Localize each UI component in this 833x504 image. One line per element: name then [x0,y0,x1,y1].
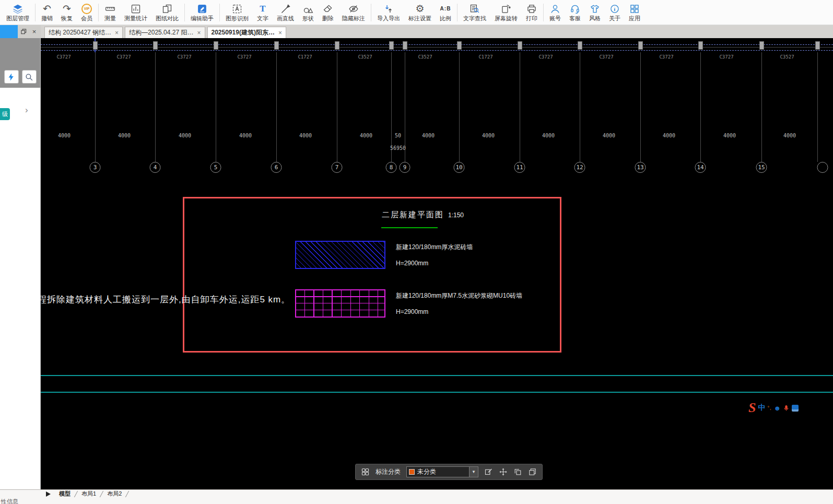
edit-annotation-icon[interactable] [484,467,493,476]
search-tool-button[interactable] [22,70,37,84]
move-icon[interactable] [499,467,508,476]
toolbar-separator [371,4,371,21]
category-grid-icon[interactable] [361,467,370,476]
undo-button[interactable]: ↶ 撤销 [37,1,57,25]
column-block [698,41,703,50]
grid-line [761,52,762,162]
ruler-icon [105,3,115,15]
dimension-label: 4000 [118,133,131,138]
apps-button[interactable]: 应用 [625,1,644,25]
annotation-settings-button[interactable]: ⚙ 标注设置 [404,1,436,25]
draw-line-button[interactable]: 画直线 [273,1,298,25]
doc-tab-2[interactable]: 结构—2025.04.27 阳… × [125,27,205,38]
style-button[interactable]: 风格 [585,1,605,25]
dimension-label: 4000 [58,133,71,138]
grid-line [640,52,641,162]
redo-button[interactable]: ↷ 恢复 [57,1,77,25]
tab-close-icon[interactable]: × [115,29,119,37]
hide-annotations-button[interactable]: 隐藏标注 [338,1,369,25]
expand-chevron-icon[interactable]: › [25,105,28,115]
toolbar-separator [35,4,36,21]
grid-axis-label: C1727 [478,54,492,60]
grid-bubble: 8 [386,162,397,173]
dropdown-caret-icon[interactable]: ▼ [469,467,478,477]
grid-line [276,52,277,162]
tab-close-icon[interactable]: × [278,29,282,37]
grid-axis-label: C3727 [56,54,71,60]
grid-line [337,52,337,162]
search-doc-icon [470,3,480,15]
text-tool-button[interactable]: T 文字 [253,1,273,25]
grid-bubble: 12 [574,162,585,173]
drawing-compare-button[interactable]: 图纸对比 [151,1,183,25]
text-search-button[interactable]: 文字查找 [459,1,490,25]
paste-icon[interactable] [528,467,537,476]
copy-icon[interactable] [513,467,522,476]
second-row: × 结构 20250427 钢结… × 结构—2025.04.27 阳… × 2… [0,25,833,38]
sidebar-badge[interactable]: 级 [0,108,10,120]
layer-manager-button[interactable]: 图层管理 [2,1,33,25]
shapes-button[interactable]: 形状 [298,1,318,25]
column-block [93,41,98,50]
dimension-label: 4000 [482,133,495,138]
about-button[interactable]: 关于 [605,1,625,25]
edit-assistant-button[interactable]: 编辑助手 [186,1,218,25]
grid-axis-label: C3727 [177,54,191,60]
search-icon [25,73,33,81]
panel-close-button[interactable]: × [30,27,39,36]
toolbar-separator [184,4,185,21]
delete-button[interactable]: 删除 [318,1,338,25]
dimension-label-small: 50 [395,133,401,138]
dimension-label: 4000 [239,133,252,138]
legend-item-height: H=2900mm [396,308,428,315]
category-value: 未分类 [417,467,466,476]
legend-title: 二层新建平面图 [382,210,444,220]
doc-tab-3-active[interactable]: 20250919(建筑)阳东… × [207,27,286,38]
quick-tool-button[interactable] [4,70,19,84]
doc-tab-1[interactable]: 结构 20250427 钢结… × [44,27,123,38]
bar-chart-icon [131,3,141,15]
screen-rotate-button[interactable]: 屏幕旋转 [490,1,522,25]
tab-layout2[interactable]: 布局2 [102,490,127,498]
shape-recognition-button[interactable]: 图形识别 [221,1,253,25]
smiley-icon: ☻ [774,404,781,412]
toolbar-separator [98,4,99,21]
dimension-label: 4000 [542,133,555,138]
panel-active-tab[interactable] [0,25,18,38]
grid-axis-label: C3527 [418,54,432,60]
tab-model[interactable]: 模型 [54,490,76,498]
toolbar-label: 恢复 [61,15,73,22]
toolbar-label: 客服 [569,15,581,22]
import-export-button[interactable]: 导入导出 [373,1,404,25]
vip-member-button[interactable]: VIP 会员 [77,1,97,25]
toolbar-label: 比例 [440,15,451,22]
category-dropdown[interactable]: 未分类 ▼ [406,466,478,477]
toolbar-label: 导入导出 [377,15,400,22]
legend-item-text: 新建120/180mm厚水泥砖墙 [396,243,473,252]
cad-viewer-app: 图层管理 ↶ 撤销 ↷ 恢复 VIP 会员 测量 测量统计 [0,0,833,504]
tab-layout1[interactable]: 布局1 [76,490,101,498]
drawing-canvas[interactable]: C3727 C3727 C3727 C3727 C1727 C3527 C352… [41,38,833,489]
panel-restore-button[interactable] [19,27,28,36]
grid-bubble: 3 [90,162,101,173]
measure-stats-button[interactable]: 测量统计 [120,1,151,25]
dimension-label: 4000 [179,133,191,138]
grid-line [459,52,460,162]
watermark-text: 中 [758,403,765,413]
teal-line [41,375,833,376]
grid-bubble: 5 [210,162,221,173]
scale-button[interactable]: A:B 比例 [436,1,455,25]
drawing-note-text: 程拆除建筑材料人工搬运到一层外,由自卸车外运,运距5 km。 [41,294,290,306]
print-button[interactable]: 打印 [522,1,542,25]
dimension-label: 4000 [422,133,435,138]
dimension-label: 4000 [360,133,372,138]
account-button[interactable]: 账号 [545,1,565,25]
support-button[interactable]: 客服 [565,1,585,25]
toolbar-label: 编辑助手 [191,15,214,22]
measure-button[interactable]: 测量 [100,1,120,25]
toolbar-label: 应用 [629,15,640,22]
tab-close-icon[interactable]: × [197,29,201,37]
toolbar-label: 图层管理 [6,15,29,22]
toolbar-label: 文字 [257,15,268,22]
red-annotation-rectangle[interactable]: 二层新建平面图 1:150 新建120/180mm厚水泥砖墙 H=2900mm … [183,197,561,353]
